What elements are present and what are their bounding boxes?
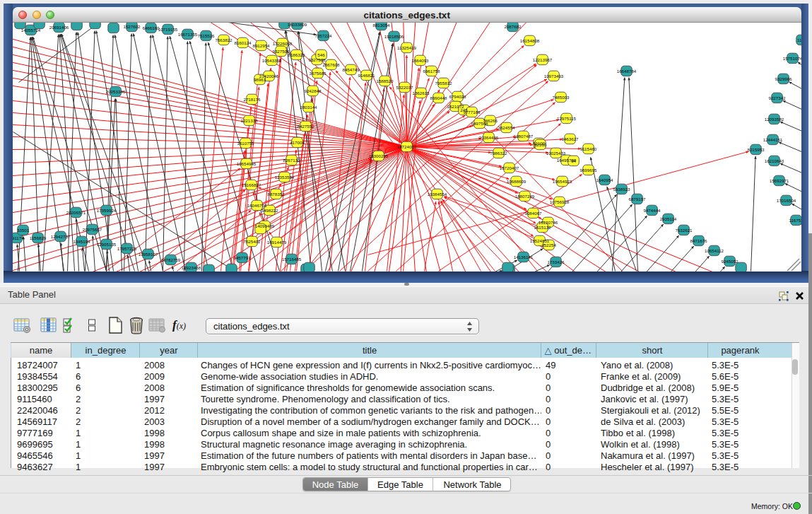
svg-text:9463627: 9463627 [561, 136, 579, 141]
svg-text:19218506: 19218506 [384, 33, 404, 38]
svg-text:12093582: 12093582 [764, 116, 784, 121]
svg-text:9699695: 9699695 [579, 167, 597, 172]
svg-text:10973493: 10973493 [543, 73, 563, 78]
svg-text:9457791: 9457791 [233, 255, 251, 259]
svg-text:18724007: 18724007 [396, 144, 416, 148]
svg-text:1610755: 1610755 [237, 140, 254, 145]
svg-text:7357224: 7357224 [314, 33, 332, 37]
svg-text:7632621: 7632621 [675, 227, 693, 232]
svg-text:64: 64 [571, 158, 576, 163]
svg-text:6497568: 6497568 [471, 120, 488, 125]
svg-text:6466160: 6466160 [142, 25, 160, 30]
svg-text:9474444: 9474444 [643, 207, 661, 212]
svg-text:17016504: 17016504 [776, 197, 796, 202]
svg-text:7625402: 7625402 [243, 238, 261, 243]
svg-text:9227342: 9227342 [768, 95, 786, 100]
svg-text:10654945: 10654945 [236, 160, 256, 165]
svg-text:12975115: 12975115 [556, 115, 576, 120]
svg-text:12444151: 12444151 [763, 136, 782, 141]
svg-text:2667608: 2667608 [322, 62, 340, 66]
svg-text:8267130: 8267130 [283, 157, 300, 162]
svg-text:16914479: 16914479 [266, 239, 286, 244]
svg-text:18300295: 18300295 [368, 153, 388, 158]
svg-text:19654923: 19654923 [552, 178, 572, 183]
svg-text:5322037: 5322037 [396, 84, 413, 89]
svg-text:1221338: 1221338 [240, 117, 258, 122]
svg-text:16154808: 16154808 [519, 37, 539, 42]
svg-text:13226058: 13226058 [272, 40, 292, 45]
svg-text:7485003: 7485003 [552, 94, 570, 99]
svg-text:17957225: 17957225 [117, 245, 136, 250]
svg-text:9327506: 9327506 [272, 48, 290, 53]
svg-text:8878352: 8878352 [267, 191, 285, 196]
svg-text:1156829: 1156829 [29, 235, 46, 240]
svg-text:8427552: 8427552 [297, 123, 314, 128]
svg-text:11325419: 11325419 [396, 45, 416, 49]
svg-text:14136141: 14136141 [513, 254, 533, 259]
svg-text:16782759: 16782759 [160, 257, 180, 262]
svg-text:16046756: 16046756 [247, 202, 266, 207]
svg-text:62160: 62160 [534, 141, 546, 146]
svg-text:15751074: 15751074 [782, 55, 801, 60]
svg-text:12923468: 12923468 [181, 264, 201, 269]
svg-text:8160124: 8160124 [234, 40, 252, 45]
svg-text:8454749: 8454749 [342, 66, 360, 71]
svg-text:10958107: 10958107 [138, 251, 158, 256]
svg-text:7986322: 7986322 [490, 150, 507, 155]
svg-text:19384554: 19384554 [427, 191, 447, 196]
svg-text:6961758: 6961758 [423, 68, 440, 73]
svg-text:10719155: 10719155 [158, 26, 177, 31]
svg-text:1615132: 1615132 [534, 224, 551, 229]
svg-text:10756928: 10756928 [549, 199, 569, 204]
svg-text:1345194: 1345194 [73, 238, 90, 243]
svg-text:9242848: 9242848 [304, 88, 322, 93]
svg-text:1640954: 1640954 [596, 177, 613, 182]
svg-text:3675685: 3675685 [309, 70, 326, 75]
svg-text:10807487: 10807487 [513, 133, 533, 138]
svg-text:18807249: 18807249 [514, 193, 534, 198]
svg-text:9777169: 9777169 [463, 109, 481, 114]
svg-text:10688609: 10688609 [506, 178, 526, 183]
svg-text:20975657: 20975657 [82, 226, 102, 231]
svg-text:17359924: 17359924 [96, 207, 116, 212]
svg-text:391174: 391174 [13, 235, 24, 240]
svg-text:14099489: 14099489 [254, 223, 274, 228]
svg-text:8990448: 8990448 [430, 95, 447, 100]
svg-text:7955812: 7955812 [435, 80, 452, 85]
svg-text:2935114: 2935114 [659, 216, 676, 221]
svg-text:9115460: 9115460 [579, 146, 596, 151]
svg-text:8912954: 8912954 [252, 42, 270, 47]
svg-text:16120746: 16120746 [538, 219, 558, 224]
svg-text:14055724: 14055724 [20, 27, 40, 32]
svg-text:6794028: 6794028 [449, 93, 466, 98]
svg-text:2718176: 2718176 [243, 96, 261, 101]
svg-text:546: 546 [317, 52, 325, 57]
svg-text:8471676: 8471676 [690, 238, 707, 243]
svg-text:2087682: 2087682 [504, 23, 522, 28]
svg-text:19166827: 19166827 [241, 182, 261, 187]
svg-text:1117: 1117 [797, 37, 801, 42]
svg-text:9245052: 9245052 [721, 258, 739, 263]
svg-text:7663822: 7663822 [215, 37, 233, 42]
svg-text:20206571: 20206571 [66, 209, 86, 214]
svg-text:1527602: 1527602 [123, 23, 141, 28]
svg-text:12942737: 12942737 [50, 233, 70, 238]
svg-text:10654112: 10654112 [704, 247, 724, 252]
svg-text:15720407: 15720407 [499, 165, 519, 170]
svg-text:10543362: 10543362 [261, 57, 281, 62]
svg-text:20364436: 20364436 [478, 134, 498, 139]
svg-text:1733426: 1733426 [547, 259, 565, 264]
svg-text:16210643: 16210643 [764, 158, 784, 163]
svg-text:116753: 116753 [789, 217, 801, 222]
svg-text:1664093: 1664093 [411, 57, 429, 62]
svg-text:8215953: 8215953 [747, 146, 765, 151]
svg-text:7515526: 7515526 [197, 33, 215, 37]
svg-text:8186323: 8186323 [288, 52, 305, 57]
svg-text:2803144: 2803144 [300, 104, 317, 109]
svg-text:20053346: 20053346 [105, 88, 125, 93]
svg-text:15692971: 15692971 [769, 177, 789, 182]
svg-text:20691406: 20691406 [49, 24, 69, 29]
svg-text:1362615: 1362615 [412, 90, 430, 95]
svg-text:16671355: 16671355 [177, 31, 197, 36]
svg-text:12905135: 12905135 [96, 241, 116, 246]
